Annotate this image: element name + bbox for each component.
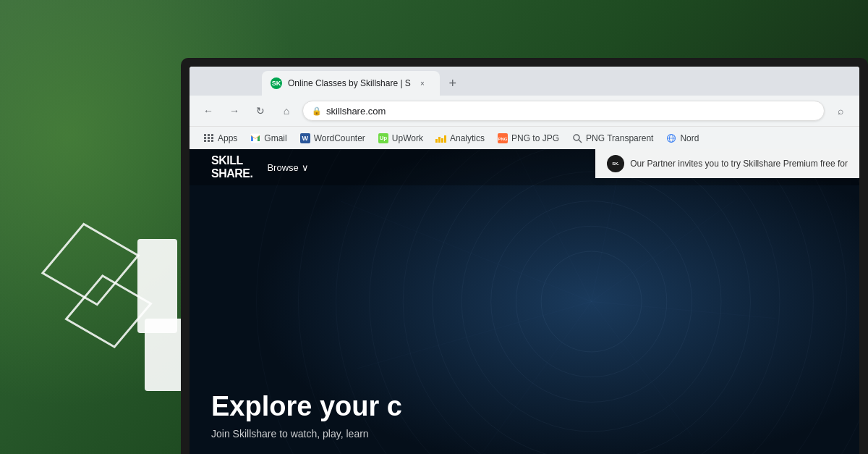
tab-title: Online Classes by Skillshare | S	[288, 78, 411, 88]
active-tab[interactable]: SK Online Classes by Skillshare | S ×	[262, 71, 440, 96]
png-to-jpg-icon: PNG	[498, 133, 508, 143]
png-transparent-search-icon	[572, 133, 582, 143]
upwork-icon: Up	[378, 133, 388, 143]
browse-chevron-icon: ∨	[302, 162, 309, 173]
bookmark-apps[interactable]: Apps	[198, 131, 243, 146]
forward-button[interactable]: →	[224, 101, 244, 121]
svg-point-3	[574, 135, 579, 140]
search-extension-icon[interactable]: ⌕	[830, 101, 851, 121]
hero-title: Explore your c	[211, 392, 859, 422]
bookmark-analytics[interactable]: Analytics	[430, 131, 490, 146]
bookmarks-bar: Apps	[190, 126, 859, 149]
tab-close-button[interactable]: ×	[417, 77, 428, 89]
apps-grid-icon	[204, 133, 214, 143]
address-bar[interactable]: 🔒 skillshare.com	[302, 101, 825, 121]
bookmark-gmail[interactable]: Gmail	[244, 131, 292, 146]
bookmark-wordcounter[interactable]: W WordCounter	[294, 131, 371, 146]
url-text: skillshare.com	[326, 106, 386, 117]
bookmark-png-transparent[interactable]: PNG Transparent	[566, 131, 659, 146]
lock-icon: 🔒	[312, 106, 322, 116]
tab-bar: SK Online Classes by Skillshare | S × +	[190, 67, 859, 96]
new-tab-button[interactable]: +	[443, 73, 463, 93]
analytics-bar-icon	[436, 133, 446, 143]
word-icon: W	[300, 133, 310, 143]
gmail-icon	[250, 133, 260, 143]
notification-bar: SK. Our Partner invites you to try Skill…	[595, 149, 859, 178]
notification-text: Our Partner invites you to try Skillshar…	[630, 159, 848, 169]
browser-content: SKILL SHARE. Browse ∨ Explore your c Joi…	[190, 149, 859, 454]
tab-favicon: SK	[271, 77, 282, 89]
navigation-bar: ← → ↻ ⌂ 🔒 skillshare.com ⌕	[190, 96, 859, 126]
svg-line-4	[579, 140, 582, 143]
monitor-frame: SK Online Classes by Skillshare | S × + …	[181, 58, 868, 454]
monitor-screen: SK Online Classes by Skillshare | S × + …	[190, 67, 859, 454]
hero-section: Explore your c Join Skillshare to watch,…	[211, 392, 859, 440]
skillshare-notif-logo: SK.	[607, 155, 624, 172]
bookmark-png-to-jpg[interactable]: PNG PNG to JPG	[492, 131, 565, 146]
skillshare-background: SKILL SHARE. Browse ∨ Explore your c Joi…	[190, 149, 859, 454]
svg-text:PNG: PNG	[498, 137, 508, 141]
browse-button[interactable]: Browse ∨	[267, 162, 308, 173]
bookmark-nord[interactable]: Nord	[660, 131, 705, 146]
back-button[interactable]: ←	[198, 101, 218, 121]
skillshare-logo: SKILL SHARE.	[211, 154, 252, 180]
nord-globe-icon	[666, 133, 676, 143]
bookmark-upwork[interactable]: Up UpWork	[373, 131, 429, 146]
home-button[interactable]: ⌂	[276, 101, 297, 121]
hero-subtitle: Join Skillshare to watch, play, learn	[211, 428, 859, 440]
reload-button[interactable]: ↻	[250, 101, 271, 121]
monitor-bezel: SK Online Classes by Skillshare | S × + …	[181, 58, 868, 454]
browser-chrome: SK Online Classes by Skillshare | S × + …	[190, 67, 859, 149]
rect-shape-2	[145, 319, 184, 391]
